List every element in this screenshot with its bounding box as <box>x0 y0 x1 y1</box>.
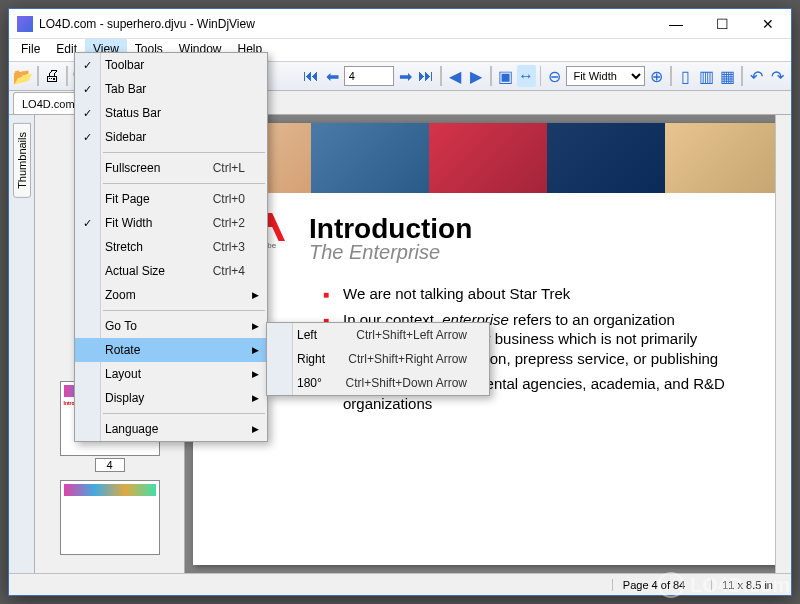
window-title: LO4D.com - superhero.djvu - WinDjView <box>39 17 653 31</box>
first-page-icon[interactable]: ⏮ <box>302 65 321 87</box>
globe-icon <box>658 572 684 598</box>
layout1-icon[interactable]: ▯ <box>676 65 695 87</box>
menu-item-rotate[interactable]: Rotate▶ <box>75 338 267 362</box>
back-icon[interactable]: ◀ <box>446 65 465 87</box>
menu-item-display[interactable]: Display▶ <box>75 386 267 410</box>
maximize-button[interactable]: ☐ <box>699 9 745 39</box>
last-page-icon[interactable]: ⏭ <box>417 65 436 87</box>
menu-item-tabbar[interactable]: ✓Tab Bar <box>75 77 267 101</box>
forward-icon[interactable]: ▶ <box>467 65 486 87</box>
layout3-icon[interactable]: ▦ <box>718 65 737 87</box>
menu-file[interactable]: File <box>13 39 48 61</box>
page-banner <box>193 123 783 193</box>
close-button[interactable]: ✕ <box>745 9 791 39</box>
page-input[interactable] <box>344 66 394 86</box>
menu-item-fullscreen[interactable]: FullscreenCtrl+L <box>75 156 267 180</box>
layout2-icon[interactable]: ▥ <box>697 65 716 87</box>
menu-item-actualsize[interactable]: Actual SizeCtrl+4 <box>75 259 267 283</box>
thumbnails-tab[interactable]: Thumbnails <box>13 123 31 198</box>
watermark: LO4D.com <box>658 572 790 598</box>
vertical-scrollbar[interactable] <box>775 115 791 573</box>
menu-item-rotate-left[interactable]: LeftCtrl+Shift+Left Arrow <box>267 323 489 347</box>
menu-item-statusbar[interactable]: ✓Status Bar <box>75 101 267 125</box>
menu-item-layout[interactable]: Layout▶ <box>75 362 267 386</box>
thumbnail[interactable] <box>60 480 160 555</box>
zoom-out-icon[interactable]: ⊖ <box>545 65 564 87</box>
menu-item-language[interactable]: Language▶ <box>75 417 267 441</box>
menu-item-rotate-180[interactable]: 180°Ctrl+Shift+Down Arrow <box>267 371 489 395</box>
view-menu-dropdown: ✓Toolbar ✓Tab Bar ✓Status Bar ✓Sidebar F… <box>74 52 268 442</box>
menu-item-zoom[interactable]: Zoom▶ <box>75 283 267 307</box>
zoom-select[interactable]: Fit Width <box>566 66 645 86</box>
menu-item-stretch[interactable]: StretchCtrl+3 <box>75 235 267 259</box>
titlebar: LO4D.com - superhero.djvu - WinDjView — … <box>9 9 791 39</box>
menu-item-fitpage[interactable]: Fit PageCtrl+0 <box>75 187 267 211</box>
thumbnail-number: 4 <box>95 458 125 472</box>
menu-item-rotate-right[interactable]: RightCtrl+Shift+Right Arrow <box>267 347 489 371</box>
doc-bullet: We are not talking about Star Trek <box>323 284 743 304</box>
zoom-in-icon[interactable]: ⊕ <box>647 65 666 87</box>
rotate-right-icon[interactable]: ↷ <box>768 65 787 87</box>
menu-item-goto[interactable]: Go To▶ <box>75 314 267 338</box>
thumbnail-image <box>60 480 160 555</box>
fit-width-icon[interactable]: ↔ <box>517 65 536 87</box>
rotate-left-icon[interactable]: ↶ <box>747 65 766 87</box>
sidebar: Thumbnails <box>9 115 35 573</box>
rotate-submenu: LeftCtrl+Shift+Left Arrow RightCtrl+Shif… <box>266 322 490 396</box>
menu-item-fitwidth[interactable]: ✓Fit WidthCtrl+2 <box>75 211 267 235</box>
print-icon[interactable]: 🖨 <box>43 65 62 87</box>
menu-item-toolbar[interactable]: ✓Toolbar <box>75 53 267 77</box>
next-page-icon[interactable]: ➡ <box>396 65 415 87</box>
open-icon[interactable]: 📂 <box>13 65 33 87</box>
menu-item-sidebar[interactable]: ✓Sidebar <box>75 125 267 149</box>
app-icon <box>17 16 33 32</box>
fit-page-icon[interactable]: ▣ <box>496 65 515 87</box>
minimize-button[interactable]: — <box>653 9 699 39</box>
prev-page-icon[interactable]: ⬅ <box>323 65 342 87</box>
